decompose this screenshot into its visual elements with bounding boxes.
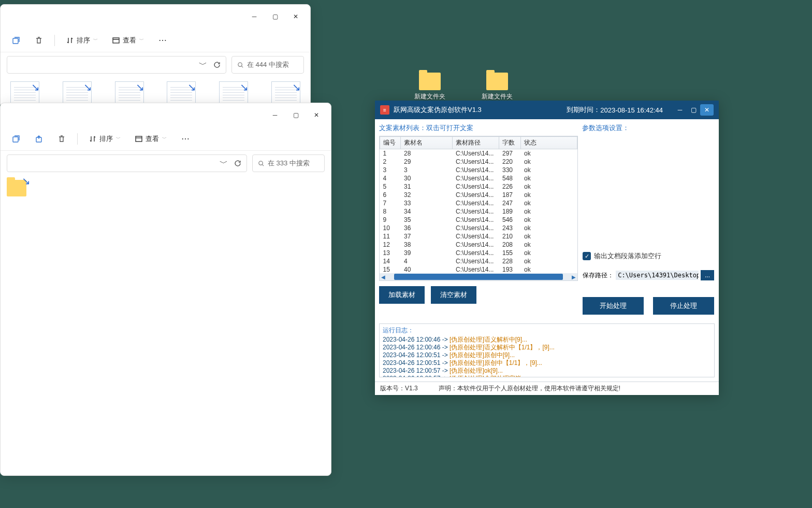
version-value: V1.3: [405, 385, 418, 392]
svg-rect-3: [13, 137, 18, 142]
log-label: 运行日志：: [383, 326, 711, 335]
refresh-icon[interactable]: [234, 160, 241, 167]
maximize-button[interactable]: ▢: [687, 104, 700, 116]
stop-process-button[interactable]: 停止处理: [653, 297, 714, 315]
view-button[interactable]: 查看﹀: [107, 31, 149, 50]
address-bar[interactable]: ﹀: [7, 56, 226, 74]
material-table[interactable]: 编号 素材名 素材路径 字数 状态 128C:\Users\14...297ok…: [379, 136, 578, 281]
share-out-icon[interactable]: [30, 130, 48, 148]
chevron-down-icon[interactable]: ﹀: [199, 60, 207, 70]
material-list-label: 文案素材列表：双击可打开文案: [379, 123, 578, 133]
col-name[interactable]: 素材名: [401, 137, 453, 149]
log-line: 2023-04-26 12:00:46 -> [伪原创处理]语义解析中【1/1】…: [383, 344, 711, 351]
delete-icon[interactable]: [52, 130, 71, 148]
checkbox-checked-icon: ✓: [583, 252, 591, 260]
more-button[interactable]: ⋯: [153, 35, 172, 45]
col-path[interactable]: 素材路径: [453, 137, 499, 149]
desktop-folder-label: 新建文件夹: [414, 92, 445, 101]
table-row[interactable]: 733C:\Users\14...247ok: [380, 199, 577, 207]
disclaimer-label: 声明：: [439, 385, 457, 392]
maximize-button[interactable]: ▢: [265, 9, 285, 24]
log-line: 2023-04-26 12:00:57 -> [伪原创处理]ok[9]...: [383, 367, 711, 375]
desktop-folder-1[interactable]: 新建文件夹: [414, 73, 445, 101]
sort-button[interactable]: 排序﹀: [61, 31, 103, 50]
table-row[interactable]: 531C:\Users\14...226ok: [380, 182, 577, 191]
table-row[interactable]: 33C:\Users\14...330ok: [380, 166, 577, 174]
minimize-button[interactable]: ─: [244, 9, 265, 24]
log-line: 2023-04-26 12:00:46 -> [伪原创处理]语义解析中[9]..…: [383, 336, 711, 344]
table-row[interactable]: 632C:\Users\14...187ok: [380, 191, 577, 199]
svg-rect-0: [13, 38, 18, 44]
refresh-icon[interactable]: [213, 61, 221, 68]
horizontal-scrollbar[interactable]: ◀▶: [380, 273, 577, 280]
table-row[interactable]: 1339C:\Users\14...155ok: [380, 249, 577, 257]
log-panel[interactable]: 运行日志： 2023-04-26 12:00:46 -> [伪原创处理]语义解析…: [379, 323, 715, 377]
more-button[interactable]: ⋯: [176, 134, 195, 144]
table-row[interactable]: 144C:\Users\14...228ok: [380, 257, 577, 265]
table-row[interactable]: 430C:\Users\14...548ok: [380, 174, 577, 182]
file-list: ↘: [1, 176, 331, 201]
clear-material-button[interactable]: 清空素材: [431, 286, 476, 304]
table-row[interactable]: 1036C:\Users\14...243ok: [380, 224, 577, 232]
svg-point-6: [259, 161, 263, 164]
add-blank-line-checkbox[interactable]: ✓ 输出文档段落添加空行: [583, 251, 714, 261]
minimize-button[interactable]: ─: [265, 107, 285, 123]
load-material-button[interactable]: 加载素材: [379, 286, 425, 304]
explorer-window-333: ─ ▢ ✕ 排序﹀ 查看﹀ ⋯ ﹀: [0, 103, 331, 476]
folder-item[interactable]: ↘: [7, 180, 38, 196]
search-input[interactable]: 在 333 中搜索: [252, 154, 325, 172]
svg-point-2: [238, 62, 242, 66]
disclaimer-text: 本软件仅用于个人原创材处理，使用本软件请遵守相关规定!: [457, 385, 620, 392]
desktop-folder-2[interactable]: 新建文件夹: [482, 73, 513, 101]
col-status[interactable]: 状态: [521, 137, 577, 149]
log-line: 2023-04-26 12:00:51 -> [伪原创处理]原创中【1/1】，[…: [383, 359, 711, 367]
address-bar[interactable]: ﹀: [7, 154, 247, 172]
sort-button[interactable]: 排序﹀: [84, 130, 126, 148]
table-row[interactable]: 1137C:\Users\14...210ok: [380, 232, 577, 241]
close-button[interactable]: ✕: [306, 107, 327, 123]
log-line: 2023-04-26 12:00:57 -> [伪原创处理]全部处理完毕...: [383, 375, 711, 377]
svg-rect-1: [113, 38, 119, 43]
table-row[interactable]: 229C:\Users\14...220ok: [380, 158, 577, 166]
close-button[interactable]: ✕: [700, 104, 714, 116]
table-row[interactable]: 1540C:\Users\14...193ok: [380, 265, 577, 274]
param-section-label: 参数选项设置：: [582, 123, 715, 133]
desktop-folder-label: 新建文件夹: [482, 92, 513, 101]
share-icon[interactable]: [7, 130, 25, 148]
start-process-button[interactable]: 开始处理: [583, 297, 644, 315]
app-logo-icon: ≡: [380, 105, 389, 115]
version-label: 版本号：: [380, 385, 405, 392]
table-row[interactable]: 834C:\Users\14...189ok: [380, 207, 577, 216]
expiry-value: 2023-08-15 16:42:44: [600, 106, 663, 114]
expiry-label: 到期时间：: [567, 105, 600, 115]
col-words[interactable]: 字数: [499, 137, 521, 149]
minimize-button[interactable]: ─: [673, 104, 687, 116]
table-row[interactable]: 128C:\Users\14...297ok: [380, 149, 577, 158]
table-row[interactable]: 1238C:\Users\14...208ok: [380, 241, 577, 249]
search-input[interactable]: 在 444 中搜索: [231, 56, 304, 74]
explorer-window-444: ─ ▢ ✕ 排序﹀ 查看﹀ ⋯ ﹀ 在 444 中搜索: [0, 4, 311, 108]
chevron-down-icon[interactable]: ﹀: [220, 158, 228, 169]
close-button[interactable]: ✕: [285, 9, 306, 24]
app-title: 跃网高级文案伪原创软件V1.3: [394, 105, 482, 115]
view-button[interactable]: 查看﹀: [130, 130, 172, 148]
delete-icon[interactable]: [30, 31, 48, 50]
log-line: 2023-04-26 12:00:51 -> [伪原创处理]原创中[9]...: [383, 351, 711, 359]
table-row[interactable]: 935C:\Users\14...546ok: [380, 216, 577, 224]
save-path-field[interactable]: C:\Users\14391\Desktop\444: [616, 271, 699, 280]
maximize-button[interactable]: ▢: [285, 107, 306, 123]
save-path-label: 保存路径：: [583, 271, 614, 280]
share-icon[interactable]: [7, 31, 25, 50]
col-index[interactable]: 编号: [380, 137, 401, 149]
browse-path-button[interactable]: ...: [701, 270, 714, 280]
pseudooriginal-app-window: ≡ 跃网高级文案伪原创软件V1.3 到期时间： 2023-08-15 16:42…: [375, 101, 719, 395]
svg-rect-5: [136, 136, 142, 142]
